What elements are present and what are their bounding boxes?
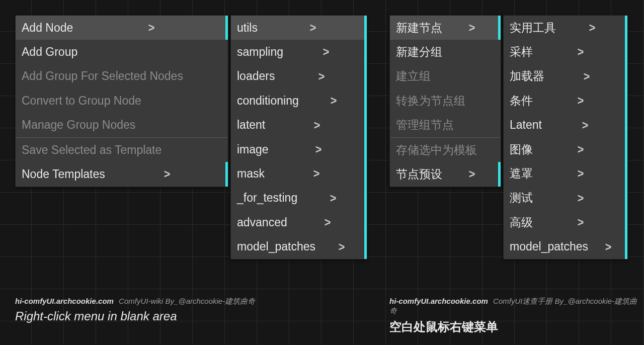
chevron-right-icon: > [325,214,331,230]
submenu-item-conditioning[interactable]: conditioning > [231,89,367,113]
menu-item-new-group[interactable]: 新建分组 > [390,40,501,64]
chevron-right-icon: > [330,190,336,206]
context-menu-right[interactable]: 新建节点 > 新建分组 > 建立组 > 转换为节点组 > 管理组节点 > 存储选… [389,15,501,187]
chevron-right-icon: > [164,166,171,182]
footer-left: hi-comfyUI.archcookie.com ComfyUI-wiki B… [15,297,255,306]
menu-item-label: _for_testing [237,190,297,206]
menu-item-label: advanced [237,215,287,230]
chevron-right-icon: > [578,190,584,206]
chevron-right-icon: > [313,165,320,182]
submenu-item-advanced[interactable]: advanced > [231,210,367,234]
chevron-right-icon: > [469,20,475,36]
submenu-item-model-patches[interactable]: model_patches > [231,235,367,259]
submenu-item-advanced-cn[interactable]: 高级 > [504,210,627,234]
chevron-right-icon: > [582,117,589,133]
menu-item-convert-node-group: 转换为节点组 > [390,89,501,113]
chevron-right-icon: > [605,239,612,255]
chevron-right-icon: > [313,117,320,133]
menu-item-add-node[interactable]: Add Node > [16,16,228,40]
menu-item-node-presets[interactable]: 节点预设 > [390,162,501,186]
menu-item-label: latent [237,117,265,133]
submenu-item-image-cn[interactable]: 图像 > [504,137,627,161]
submenu-item-latent-cn[interactable]: Latent > [504,113,627,137]
menu-item-label: mask [237,166,265,182]
menu-item-label: 高级 [510,215,533,230]
menu-item-label: 存储选中为模板 [396,142,477,158]
submenu-item-testing-cn[interactable]: 测试 > [504,186,627,210]
chevron-right-icon: > [578,93,584,109]
menu-item-label: image [237,142,269,157]
submenu-item-utils-cn[interactable]: 实用工具 > [504,16,627,40]
menu-item-label: Add Group [22,44,77,60]
chevron-right-icon: > [318,68,325,84]
chevron-right-icon: > [578,214,584,230]
chevron-right-icon: > [584,68,590,84]
footer-url: hi-comfyUI.archcookie.com [389,297,488,305]
submenu-item-image[interactable]: image > [231,137,367,161]
submenu-item-utils[interactable]: utils > [231,16,367,40]
chevron-right-icon: > [310,20,316,36]
menu-item-label: loaders [237,68,275,84]
menu-item-build-group: 建立组 > [390,64,501,89]
menu-item-label: Convert to Group Node [22,93,141,109]
menu-item-label: Manage Group Nodes [22,117,135,133]
menu-item-label: model_patches [510,239,588,254]
menu-item-node-templates[interactable]: Node Templates > [16,162,228,186]
submenu-right[interactable]: 实用工具 > 采样 > 加载器 > 条件 > Latent > 图像 > [503,15,628,260]
menu-item-label: model_patches [237,239,315,254]
menu-item-label: Latent [510,117,542,133]
menu-item-manage-group-nodes-cn: 管理组节点 > [390,113,501,137]
menu-item-label: 采样 [510,44,533,60]
menu-item-label: 建立组 [396,68,431,84]
submenu-item-model-patches-cn[interactable]: model_patches > [504,235,627,259]
caption-right: 空白处鼠标右键菜单 [389,319,644,335]
chevron-right-icon: > [323,44,329,60]
menu-item-label: 加载器 [510,68,544,84]
menu-item-convert-group-node: Convert to Group Node > [16,89,228,113]
chevron-right-icon: > [589,20,596,36]
chevron-right-icon: > [578,44,584,60]
menu-item-add-group[interactable]: Add Group > [16,40,228,64]
menu-item-label: conditioning [237,93,299,109]
menu-item-label: 图像 [510,142,533,157]
submenu-item-latent[interactable]: latent > [231,113,367,137]
menu-item-save-template: Save Selected as Template > [16,138,228,162]
submenu-item-loaders[interactable]: loaders > [231,64,367,89]
footer-right: hi-comfyUI.archcookie.com ComfyUI速查手册 By… [389,297,644,316]
menu-item-label: 新建节点 [396,20,442,36]
footer-url: hi-comfyUI.archcookie.com [15,297,114,305]
menu-item-manage-group-nodes: Manage Group Nodes > [16,113,228,137]
chevron-right-icon: > [339,239,345,255]
footer-credit: ComfyUI-wiki By_@archcookie-建筑曲奇 [119,297,255,305]
menu-item-label: 转换为节点组 [396,93,465,109]
menu-item-label: Add Group For Selected Nodes [22,68,183,84]
menu-item-label: 管理组节点 [396,117,454,133]
menu-item-label: sampling [237,44,283,60]
chevron-right-icon: > [578,165,584,182]
chevron-right-icon: > [469,166,475,182]
menu-item-label: utils [237,20,258,36]
menu-item-label: 测试 [510,190,533,206]
menu-item-label: Save Selected as Template [22,142,162,158]
menu-item-label: 条件 [510,93,533,109]
menu-item-label: 遮罩 [510,166,533,182]
submenu-item-sampling[interactable]: sampling > [231,40,367,64]
submenu-item-sampling-cn[interactable]: 采样 > [504,40,627,64]
submenu-left[interactable]: utils > sampling > loaders > conditionin… [230,15,367,260]
menu-item-label: 实用工具 [510,20,556,36]
chevron-right-icon: > [578,141,584,157]
submenu-stripe [225,162,228,186]
submenu-item-conditioning-cn[interactable]: 条件 > [504,89,627,113]
chevron-right-icon: > [148,20,154,36]
submenu-item-loaders-cn[interactable]: 加载器 > [504,64,627,89]
caption-left: Right-click menu in blank area [15,309,255,323]
submenu-item-mask-cn[interactable]: 遮罩 > [504,161,627,186]
submenu-item-mask[interactable]: mask > [231,161,367,186]
menu-item-label: 节点预设 [396,166,442,182]
menu-item-new-node[interactable]: 新建节点 > [390,16,501,40]
menu-item-label: 新建分组 [396,44,442,60]
menu-item-label: Node Templates [22,166,105,182]
menu-item-save-template-cn: 存储选中为模板 > [390,138,501,162]
context-menu-left[interactable]: Add Node > Add Group > Add Group For Sel… [15,15,228,187]
submenu-item-for-testing[interactable]: _for_testing > [231,186,367,210]
